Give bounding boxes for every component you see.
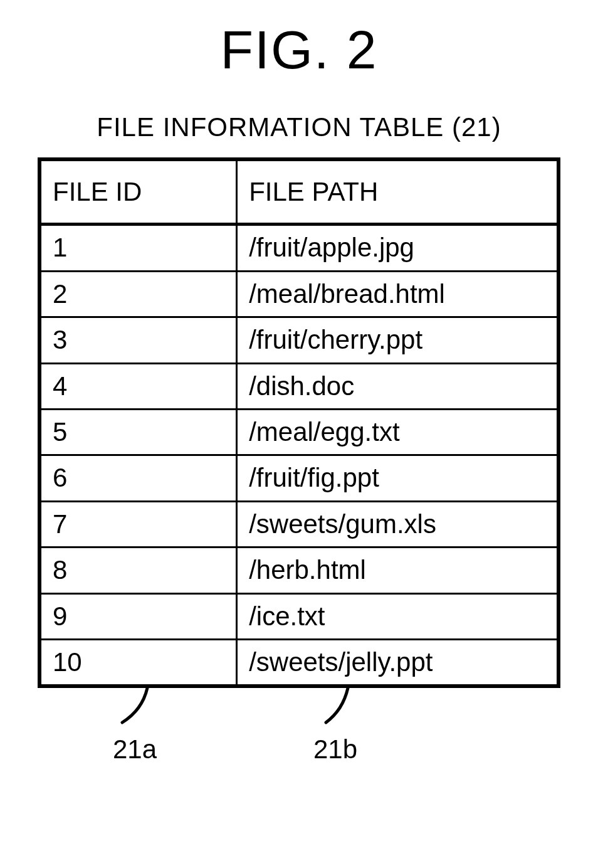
cell-file-id: 7 bbox=[39, 501, 237, 547]
cell-file-path: /sweets/gum.xls bbox=[237, 501, 559, 547]
cell-file-id: 1 bbox=[39, 225, 237, 271]
callout-21a: 21a bbox=[97, 688, 172, 765]
cell-file-path: /dish.doc bbox=[237, 363, 559, 409]
table-row: 5 /meal/egg.txt bbox=[39, 409, 559, 455]
cell-file-path: /ice.txt bbox=[237, 593, 559, 639]
cell-file-id: 10 bbox=[39, 639, 237, 686]
col-header-file-path: FILE PATH bbox=[237, 159, 559, 225]
table-row: 7 /sweets/gum.xls bbox=[39, 501, 559, 547]
cell-file-path: /herb.html bbox=[237, 548, 559, 593]
cell-file-id: 4 bbox=[39, 363, 237, 409]
cell-file-id: 5 bbox=[39, 409, 237, 455]
callout-curve-icon bbox=[310, 688, 360, 732]
table-row: 9 /ice.txt bbox=[39, 593, 559, 639]
table-header-row: FILE ID FILE PATH bbox=[39, 159, 559, 225]
callout-label-21b: 21b bbox=[298, 734, 373, 765]
cell-file-path: /meal/bread.html bbox=[237, 271, 559, 317]
callout-curve-icon bbox=[110, 688, 160, 732]
cell-file-id: 8 bbox=[39, 548, 237, 593]
cell-file-path: /meal/egg.txt bbox=[237, 409, 559, 455]
col-header-file-id: FILE ID bbox=[39, 159, 237, 225]
cell-file-id: 3 bbox=[39, 317, 237, 363]
table-title: FILE INFORMATION TABLE (21) bbox=[38, 112, 560, 142]
table-row: 3 /fruit/cherry.ppt bbox=[39, 317, 559, 363]
cell-file-path: /fruit/cherry.ppt bbox=[237, 317, 559, 363]
table-row: 2 /meal/bread.html bbox=[39, 271, 559, 317]
cell-file-path: /fruit/fig.ppt bbox=[237, 455, 559, 501]
cell-file-id: 9 bbox=[39, 593, 237, 639]
table-row: 8 /herb.html bbox=[39, 548, 559, 593]
table-row: 6 /fruit/fig.ppt bbox=[39, 455, 559, 501]
table-row: 4 /dish.doc bbox=[39, 363, 559, 409]
cell-file-id: 6 bbox=[39, 455, 237, 501]
callout-21b: 21b bbox=[298, 688, 373, 765]
cell-file-id: 2 bbox=[39, 271, 237, 317]
table-row: 10 /sweets/jelly.ppt bbox=[39, 639, 559, 686]
file-information-table: FILE ID FILE PATH 1 /fruit/apple.jpg 2 /… bbox=[38, 157, 560, 801]
cell-file-path: /fruit/apple.jpg bbox=[237, 225, 559, 271]
figure-label: FIG. 2 bbox=[38, 19, 560, 81]
cell-file-path: /sweets/jelly.ppt bbox=[237, 639, 559, 686]
table-row: 1 /fruit/apple.jpg bbox=[39, 225, 559, 271]
callout-label-21a: 21a bbox=[97, 734, 172, 765]
